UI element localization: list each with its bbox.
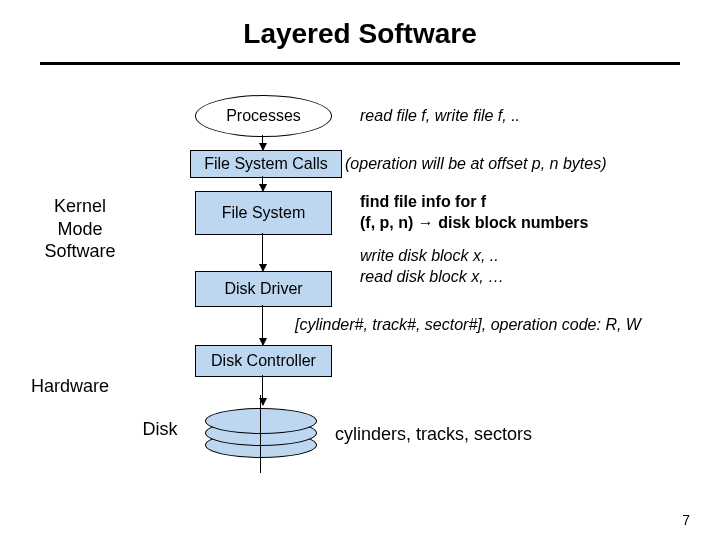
- arrow-proc-to-fscalls: [262, 135, 263, 150]
- disk-spindle: [260, 395, 261, 473]
- note-operation: (operation will be at offset p, n bytes): [345, 154, 606, 175]
- note-chs: [cylinder#, track#, sector#], operation …: [295, 315, 641, 336]
- note-block-rw: write disk block x, .. read disk block x…: [360, 246, 504, 288]
- layer-disk-driver: Disk Driver: [195, 271, 332, 307]
- note-rw-file: read file f, write file f, ..: [360, 106, 520, 127]
- note-find-file: find file info for f (f, p, n) → disk bl…: [360, 192, 588, 234]
- arrow-driver-to-controller: [262, 305, 263, 345]
- label-hardware: Hardware: [25, 375, 115, 398]
- note-cts: cylinders, tracks, sectors: [335, 423, 532, 446]
- label-disk: Disk: [130, 418, 190, 441]
- title-rule: [40, 62, 680, 65]
- arrow-fscalls-to-fs: [262, 176, 263, 191]
- page-number: 7: [682, 512, 690, 528]
- layer-processes: Processes: [195, 95, 332, 137]
- label-kernel-mode: Kernel Mode Software: [35, 195, 125, 263]
- arrow-fs-to-driver: [262, 233, 263, 271]
- page-title: Layered Software: [0, 18, 720, 50]
- disk-platter-1: [205, 408, 317, 434]
- layer-fs: File System: [195, 191, 332, 235]
- layer-fs-calls: File System Calls: [190, 150, 342, 178]
- layer-disk-controller: Disk Controller: [195, 345, 332, 377]
- arrow-controller-to-disk: [262, 375, 263, 405]
